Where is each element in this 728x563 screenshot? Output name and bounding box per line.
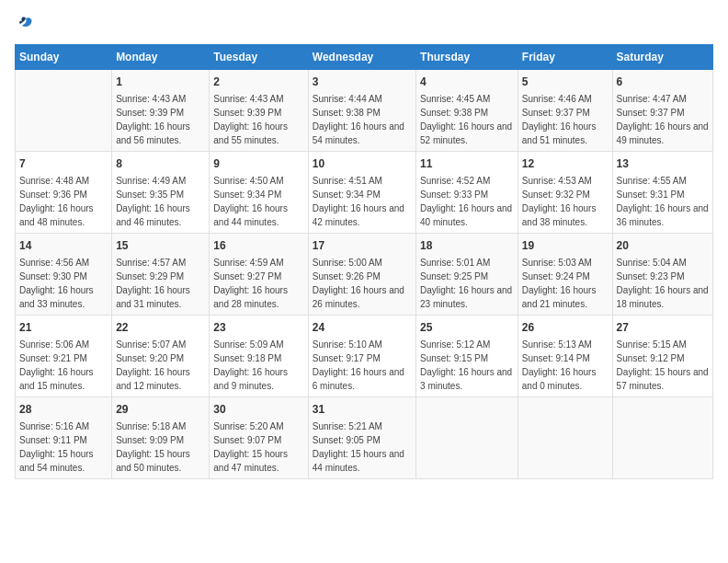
day-info: Sunrise: 5:03 AM Sunset: 9:24 PM Dayligh… — [522, 256, 609, 311]
sunset: Sunset: 9:34 PM — [213, 190, 281, 200]
daylight: Daylight: 15 hours and 44 minutes. — [313, 449, 404, 473]
calendar-cell: 15 Sunrise: 4:57 AM Sunset: 9:29 PM Dayl… — [112, 234, 210, 316]
calendar-cell: 14 Sunrise: 4:56 AM Sunset: 9:30 PM Dayl… — [16, 234, 112, 316]
logo — [15, 15, 35, 37]
day-info: Sunrise: 5:13 AM Sunset: 9:14 PM Dayligh… — [522, 338, 609, 393]
calendar-cell: 1 Sunrise: 4:43 AM Sunset: 9:39 PM Dayli… — [112, 70, 210, 152]
daylight: Daylight: 16 hours and 18 minutes. — [617, 285, 709, 309]
weekday-header-sunday: Sunday — [16, 45, 112, 70]
calendar-cell: 10 Sunrise: 4:51 AM Sunset: 9:34 PM Dayl… — [308, 152, 415, 234]
calendar-cell: 18 Sunrise: 5:01 AM Sunset: 9:25 PM Dayl… — [416, 234, 518, 316]
day-number: 31 — [313, 401, 412, 418]
sunset: Sunset: 9:38 PM — [313, 108, 381, 118]
day-number: 7 — [19, 155, 108, 172]
sunrise: Sunrise: 5:07 AM — [116, 339, 186, 350]
calendar-cell: 7 Sunrise: 4:48 AM Sunset: 9:36 PM Dayli… — [16, 152, 112, 234]
sunrise: Sunrise: 5:13 AM — [522, 339, 592, 350]
sunset: Sunset: 9:23 PM — [617, 271, 685, 282]
daylight: Daylight: 16 hours and 3 minutes. — [420, 367, 512, 391]
day-number: 22 — [116, 319, 205, 336]
calendar-body: 1 Sunrise: 4:43 AM Sunset: 9:39 PM Dayli… — [16, 70, 713, 479]
sunset: Sunset: 9:15 PM — [420, 353, 488, 363]
sunrise: Sunrise: 5:01 AM — [420, 258, 490, 268]
calendar-cell: 16 Sunrise: 4:59 AM Sunset: 9:27 PM Dayl… — [210, 234, 308, 316]
sunset: Sunset: 9:17 PM — [313, 353, 381, 363]
day-info: Sunrise: 4:46 AM Sunset: 9:37 PM Dayligh… — [522, 92, 609, 147]
day-number: 28 — [19, 401, 108, 418]
sunset: Sunset: 9:39 PM — [116, 108, 184, 118]
day-number: 30 — [213, 401, 303, 418]
day-number: 9 — [213, 155, 303, 172]
sunrise: Sunrise: 4:55 AM — [617, 176, 687, 186]
calendar-cell: 30 Sunrise: 5:20 AM Sunset: 9:07 PM Dayl… — [210, 397, 308, 479]
sunrise: Sunrise: 4:52 AM — [420, 176, 490, 186]
day-number: 3 — [313, 74, 412, 90]
day-info: Sunrise: 4:47 AM Sunset: 9:37 PM Dayligh… — [617, 92, 709, 147]
day-info: Sunrise: 4:50 AM Sunset: 9:34 PM Dayligh… — [213, 174, 303, 229]
day-number: 2 — [213, 74, 303, 90]
sunset: Sunset: 9:09 PM — [116, 435, 184, 445]
calendar-cell: 3 Sunrise: 4:44 AM Sunset: 9:38 PM Dayli… — [308, 70, 415, 152]
calendar-cell: 19 Sunrise: 5:03 AM Sunset: 9:24 PM Dayl… — [518, 234, 612, 316]
calendar-cell: 9 Sunrise: 4:50 AM Sunset: 9:34 PM Dayli… — [210, 152, 308, 234]
day-number: 24 — [313, 319, 412, 336]
sunrise: Sunrise: 4:57 AM — [116, 258, 186, 268]
day-number: 11 — [420, 155, 514, 172]
daylight: Daylight: 16 hours and 6 minutes. — [313, 367, 404, 391]
sunset: Sunset: 9:24 PM — [522, 271, 590, 282]
day-number: 15 — [116, 237, 205, 254]
daylight: Daylight: 16 hours and 36 minutes. — [617, 203, 709, 227]
logo-bird-icon — [17, 15, 35, 37]
calendar-cell: 5 Sunrise: 4:46 AM Sunset: 9:37 PM Dayli… — [518, 70, 612, 152]
daylight: Daylight: 16 hours and 15 minutes. — [19, 367, 94, 391]
weekday-header-friday: Friday — [518, 45, 612, 70]
calendar-cell: 28 Sunrise: 5:16 AM Sunset: 9:11 PM Dayl… — [16, 397, 112, 479]
sunrise: Sunrise: 4:44 AM — [313, 94, 382, 104]
week-row-2: 7 Sunrise: 4:48 AM Sunset: 9:36 PM Dayli… — [16, 152, 713, 234]
sunrise: Sunrise: 4:56 AM — [19, 258, 89, 268]
day-info: Sunrise: 5:15 AM Sunset: 9:12 PM Dayligh… — [617, 338, 709, 393]
sunrise: Sunrise: 5:18 AM — [116, 421, 186, 431]
sunrise: Sunrise: 5:04 AM — [617, 258, 687, 268]
calendar-cell — [518, 397, 612, 479]
sunset: Sunset: 9:20 PM — [116, 353, 184, 363]
daylight: Daylight: 15 hours and 47 minutes. — [213, 449, 288, 473]
day-info: Sunrise: 5:16 AM Sunset: 9:11 PM Dayligh… — [19, 419, 108, 475]
calendar-cell: 12 Sunrise: 4:53 AM Sunset: 9:32 PM Dayl… — [518, 152, 612, 234]
sunrise: Sunrise: 5:10 AM — [313, 339, 382, 350]
sunrise: Sunrise: 5:03 AM — [522, 258, 592, 268]
sunset: Sunset: 9:12 PM — [617, 353, 685, 363]
sunset: Sunset: 9:34 PM — [313, 190, 381, 200]
weekday-header-monday: Monday — [112, 45, 210, 70]
day-info: Sunrise: 4:57 AM Sunset: 9:29 PM Dayligh… — [116, 256, 205, 311]
daylight: Daylight: 16 hours and 33 minutes. — [19, 285, 94, 309]
sunrise: Sunrise: 4:43 AM — [213, 94, 283, 104]
daylight: Daylight: 16 hours and 42 minutes. — [313, 203, 404, 227]
sunrise: Sunrise: 5:12 AM — [420, 339, 490, 350]
day-number: 4 — [420, 74, 514, 90]
daylight: Daylight: 16 hours and 38 minutes. — [522, 203, 597, 227]
day-info: Sunrise: 5:12 AM Sunset: 9:15 PM Dayligh… — [420, 338, 514, 393]
day-number: 25 — [420, 319, 514, 336]
day-info: Sunrise: 4:52 AM Sunset: 9:33 PM Dayligh… — [420, 174, 514, 229]
calendar-cell: 6 Sunrise: 4:47 AM Sunset: 9:37 PM Dayli… — [612, 70, 712, 152]
daylight: Daylight: 16 hours and 54 minutes. — [313, 121, 404, 145]
day-number: 8 — [116, 155, 205, 172]
weekday-header-wednesday: Wednesday — [308, 45, 415, 70]
calendar-cell: 26 Sunrise: 5:13 AM Sunset: 9:14 PM Dayl… — [518, 316, 612, 397]
day-info: Sunrise: 4:56 AM Sunset: 9:30 PM Dayligh… — [19, 256, 108, 311]
sunset: Sunset: 9:33 PM — [420, 190, 488, 200]
sunrise: Sunrise: 5:16 AM — [19, 421, 89, 431]
page-header — [15, 15, 713, 37]
calendar-cell: 31 Sunrise: 5:21 AM Sunset: 9:05 PM Dayl… — [308, 397, 415, 479]
sunrise: Sunrise: 5:21 AM — [313, 421, 382, 431]
week-row-3: 14 Sunrise: 4:56 AM Sunset: 9:30 PM Dayl… — [16, 234, 713, 316]
daylight: Daylight: 16 hours and 9 minutes. — [213, 367, 288, 391]
day-number: 5 — [522, 74, 609, 90]
day-info: Sunrise: 5:07 AM Sunset: 9:20 PM Dayligh… — [116, 338, 205, 393]
daylight: Daylight: 16 hours and 51 minutes. — [522, 121, 597, 145]
daylight: Daylight: 16 hours and 12 minutes. — [116, 367, 190, 391]
day-number: 10 — [313, 155, 412, 172]
sunrise: Sunrise: 4:51 AM — [313, 176, 382, 186]
sunrise: Sunrise: 4:59 AM — [213, 258, 283, 268]
